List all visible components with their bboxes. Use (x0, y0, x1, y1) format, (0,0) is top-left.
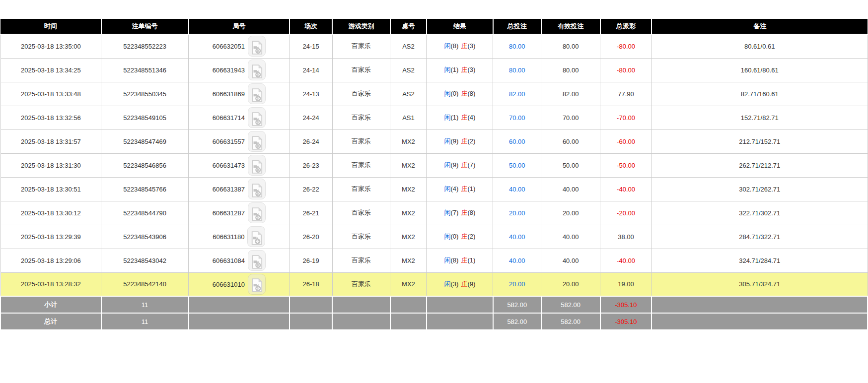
cell-round: 606632051 (189, 34, 290, 58)
video-file-icon (251, 112, 263, 127)
table-row: 2025-03-18 13:28:32 522348542140 6066310… (0, 272, 868, 296)
video-replay-button[interactable] (248, 36, 266, 57)
cell-result: 闲(0)庄(8) (427, 82, 493, 106)
cell-session: 26-19 (289, 249, 332, 272)
cell-result: 闲(4)庄(1) (427, 177, 493, 201)
cell-game-type: 百家乐 (332, 177, 390, 201)
summary-empty-table-id (390, 296, 427, 313)
video-replay-button[interactable] (248, 274, 266, 295)
video-replay-button[interactable] (248, 250, 266, 271)
result-banker-score: (9) (467, 280, 475, 288)
cell-total-bet: 20.00 (493, 272, 541, 296)
cell-game-type: 百家乐 (332, 249, 390, 272)
result-banker-label: 庄 (461, 233, 467, 240)
cell-time: 2025-03-18 13:28:32 (0, 272, 101, 296)
cell-result: 闲(9)庄(7) (427, 153, 493, 177)
summary-valid-bet: 582.00 (541, 296, 600, 313)
cell-total-bet: 20.00 (493, 201, 541, 225)
cell-table-id: MX2 (390, 272, 427, 296)
cell-table-id: AS2 (390, 34, 427, 58)
cell-bet-id: 522348543042 (101, 249, 189, 272)
cell-valid-bet: 40.00 (541, 249, 600, 272)
summary-empty-game-type (332, 296, 390, 313)
table-body: 2025-03-18 13:35:00 522348552223 6066320… (0, 34, 868, 330)
result-banker-score: (3) (467, 42, 475, 50)
round-number: 606632051 (213, 43, 245, 50)
table-row: 2025-03-18 13:29:06 522348543042 6066310… (0, 249, 868, 272)
result-player-label: 闲 (444, 185, 450, 192)
cell-round: 606631557 (189, 129, 290, 153)
video-replay-button[interactable] (247, 226, 265, 247)
result-banker-label: 庄 (461, 161, 467, 169)
result-player-score: (1) (450, 66, 458, 73)
result-banker-label: 庄 (461, 90, 467, 97)
round-number: 606631714 (213, 114, 245, 122)
video-replay-button[interactable] (248, 155, 266, 176)
cell-game-type: 百家乐 (332, 58, 390, 82)
summary-label: 小计 (0, 296, 101, 313)
cell-time: 2025-03-18 13:30:51 (0, 177, 101, 201)
video-replay-button[interactable] (248, 131, 266, 152)
col-header-remark: 备注 (651, 19, 868, 34)
col-header-payout: 总派彩 (600, 19, 652, 34)
cell-game-type: 百家乐 (332, 225, 390, 249)
round-number: 606631473 (213, 162, 245, 169)
cell-bet-id: 522348542140 (101, 272, 189, 296)
video-replay-button[interactable] (248, 60, 266, 80)
summary-empty-game-type (332, 313, 390, 330)
result-player-label: 闲 (444, 209, 450, 216)
cell-session: 26-18 (289, 272, 332, 296)
cell-result: 闲(0)庄(2) (427, 225, 493, 249)
cell-bet-id: 522348551346 (101, 58, 189, 82)
cell-table-id: AS1 (390, 106, 427, 129)
cell-payout: -20.00 (600, 201, 652, 225)
cell-bet-id: 522348544790 (101, 201, 189, 225)
result-banker-score: (8) (467, 90, 475, 97)
summary-empty-session (289, 313, 332, 330)
cell-remark: 80.61/0.61 (651, 34, 868, 58)
video-file-icon (251, 135, 263, 150)
summary-count: 11 (101, 296, 189, 313)
cell-session: 26-21 (289, 201, 332, 225)
cell-time: 2025-03-18 13:29:06 (0, 249, 101, 272)
result-player-score: (0) (450, 233, 458, 240)
cell-result: 闲(3)庄(9) (427, 272, 493, 296)
video-file-icon (251, 40, 263, 55)
cell-round: 606631180 (189, 225, 290, 249)
cell-game-type: 百家乐 (332, 272, 390, 296)
cell-result: 闲(1)庄(4) (427, 106, 493, 129)
cell-payout: 38.00 (600, 225, 652, 249)
result-player-label: 闲 (444, 233, 450, 240)
result-banker-score: (1) (467, 256, 475, 264)
result-player-score: (3) (450, 280, 458, 288)
video-replay-button[interactable] (248, 202, 266, 223)
video-replay-button[interactable] (248, 83, 266, 104)
cell-total-bet: 40.00 (493, 177, 541, 201)
result-banker-label: 庄 (461, 280, 467, 288)
cell-payout: 19.00 (600, 272, 652, 296)
result-player-score: (9) (450, 137, 458, 145)
cell-result: 闲(9)庄(2) (427, 129, 493, 153)
cell-table-id: MX2 (390, 249, 427, 272)
result-banker-score: (1) (467, 185, 475, 192)
table-row: 2025-03-18 13:33:48 522348550345 6066318… (0, 82, 868, 106)
video-replay-button[interactable] (248, 179, 266, 199)
cell-total-bet: 40.00 (493, 225, 541, 249)
cell-valid-bet: 80.00 (541, 34, 600, 58)
round-number: 606631387 (213, 186, 245, 193)
summary-empty-remark (651, 313, 868, 330)
cell-table-id: AS2 (390, 58, 427, 82)
table-row: 2025-03-18 13:30:51 522348545766 6066313… (0, 177, 868, 201)
cell-session: 24-14 (289, 58, 332, 82)
table-row: 2025-03-18 13:30:12 522348544790 6066312… (0, 201, 868, 225)
cell-payout: -80.00 (600, 58, 652, 82)
video-replay-button[interactable] (248, 107, 266, 128)
cell-session: 24-13 (289, 82, 332, 106)
result-banker-score: (2) (467, 137, 475, 145)
cell-payout: -50.00 (600, 153, 652, 177)
cell-valid-bet: 80.00 (541, 58, 600, 82)
summary-empty-session (289, 296, 332, 313)
result-player-label: 闲 (444, 90, 450, 97)
cell-table-id: AS2 (390, 82, 427, 106)
cell-total-bet: 60.00 (493, 129, 541, 153)
